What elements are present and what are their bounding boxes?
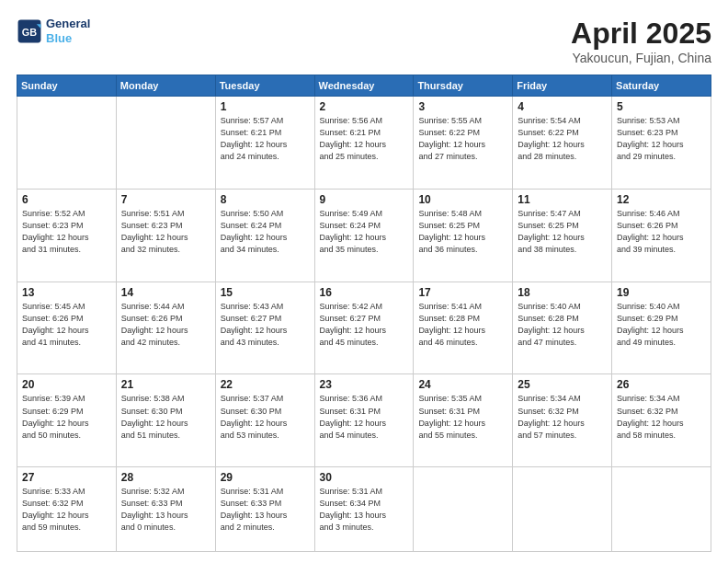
day-number: 28 <box>121 471 210 484</box>
weekday-monday: Monday <box>116 75 215 97</box>
day-number: 15 <box>221 286 310 299</box>
day-cell-25: 25Sunrise: 5:34 AM Sunset: 6:32 PM Dayli… <box>513 374 612 467</box>
day-cell-15: 15Sunrise: 5:43 AM Sunset: 6:27 PM Dayli… <box>215 282 314 374</box>
day-cell-21: 21Sunrise: 5:38 AM Sunset: 6:30 PM Dayli… <box>116 374 215 467</box>
month-title: April 2025 <box>571 17 711 51</box>
day-cell-18: 18Sunrise: 5:40 AM Sunset: 6:28 PM Dayli… <box>513 282 612 374</box>
day-cell-13: 13Sunrise: 5:45 AM Sunset: 6:26 PM Dayli… <box>17 282 117 374</box>
day-cell-2: 2Sunrise: 5:56 AM Sunset: 6:21 PM Daylig… <box>314 97 414 190</box>
day-cell-10: 10Sunrise: 5:48 AM Sunset: 6:25 PM Dayli… <box>414 189 513 282</box>
header: GB General Blue April 2025 Yakoucun, Fuj… <box>17 17 711 65</box>
day-number: 3 <box>418 100 507 113</box>
day-number: 12 <box>617 193 706 206</box>
day-info: Sunrise: 5:41 AM Sunset: 6:28 PM Dayligh… <box>418 301 507 349</box>
day-number: 7 <box>121 193 210 206</box>
day-cell-16: 16Sunrise: 5:42 AM Sunset: 6:27 PM Dayli… <box>314 282 414 374</box>
day-info: Sunrise: 5:43 AM Sunset: 6:27 PM Dayligh… <box>221 301 310 349</box>
day-number: 14 <box>121 286 210 299</box>
day-number: 26 <box>617 378 706 391</box>
weekday-tuesday: Tuesday <box>215 75 314 97</box>
day-info: Sunrise: 5:42 AM Sunset: 6:27 PM Dayligh… <box>320 301 409 349</box>
day-info: Sunrise: 5:56 AM Sunset: 6:21 PM Dayligh… <box>320 115 409 163</box>
day-info: Sunrise: 5:38 AM Sunset: 6:30 PM Dayligh… <box>121 393 210 441</box>
day-info: Sunrise: 5:33 AM Sunset: 6:32 PM Dayligh… <box>22 486 111 534</box>
day-cell-30: 30Sunrise: 5:31 AM Sunset: 6:34 PM Dayli… <box>314 467 414 552</box>
day-number: 5 <box>617 100 706 113</box>
day-number: 16 <box>320 286 409 299</box>
day-cell-29: 29Sunrise: 5:31 AM Sunset: 6:33 PM Dayli… <box>215 467 314 552</box>
week-row-5: 27Sunrise: 5:33 AM Sunset: 6:32 PM Dayli… <box>17 467 711 552</box>
day-cell-14: 14Sunrise: 5:44 AM Sunset: 6:26 PM Dayli… <box>116 282 215 374</box>
week-row-2: 6Sunrise: 5:52 AM Sunset: 6:23 PM Daylig… <box>17 189 711 282</box>
day-info: Sunrise: 5:34 AM Sunset: 6:32 PM Dayligh… <box>617 393 706 441</box>
day-cell-4: 4Sunrise: 5:54 AM Sunset: 6:22 PM Daylig… <box>513 97 612 190</box>
day-cell-1: 1Sunrise: 5:57 AM Sunset: 6:21 PM Daylig… <box>215 97 314 190</box>
day-info: Sunrise: 5:32 AM Sunset: 6:33 PM Dayligh… <box>121 486 210 534</box>
day-cell-22: 22Sunrise: 5:37 AM Sunset: 6:30 PM Dayli… <box>215 374 314 467</box>
day-info: Sunrise: 5:54 AM Sunset: 6:22 PM Dayligh… <box>518 115 607 163</box>
page: GB General Blue April 2025 Yakoucun, Fuj… <box>0 0 728 563</box>
day-number: 23 <box>320 378 409 391</box>
weekday-wednesday: Wednesday <box>314 75 414 97</box>
day-info: Sunrise: 5:48 AM Sunset: 6:25 PM Dayligh… <box>418 208 507 256</box>
day-cell-8: 8Sunrise: 5:50 AM Sunset: 6:24 PM Daylig… <box>215 189 314 282</box>
day-number: 17 <box>418 286 507 299</box>
weekday-thursday: Thursday <box>414 75 513 97</box>
day-number: 27 <box>22 471 111 484</box>
day-info: Sunrise: 5:47 AM Sunset: 6:25 PM Dayligh… <box>518 208 607 256</box>
day-info: Sunrise: 5:31 AM Sunset: 6:34 PM Dayligh… <box>320 486 409 534</box>
day-number: 29 <box>221 471 310 484</box>
day-info: Sunrise: 5:45 AM Sunset: 6:26 PM Dayligh… <box>22 301 111 349</box>
day-number: 22 <box>221 378 310 391</box>
day-info: Sunrise: 5:37 AM Sunset: 6:30 PM Dayligh… <box>221 393 310 441</box>
calendar-table: SundayMondayTuesdayWednesdayThursdayFrid… <box>17 75 711 552</box>
day-cell-12: 12Sunrise: 5:46 AM Sunset: 6:26 PM Dayli… <box>612 189 711 282</box>
logo: GB General Blue <box>17 17 90 45</box>
day-cell-9: 9Sunrise: 5:49 AM Sunset: 6:24 PM Daylig… <box>314 189 414 282</box>
day-info: Sunrise: 5:55 AM Sunset: 6:22 PM Dayligh… <box>418 115 507 163</box>
day-cell-28: 28Sunrise: 5:32 AM Sunset: 6:33 PM Dayli… <box>116 467 215 552</box>
day-number: 21 <box>121 378 210 391</box>
logo-icon: GB <box>17 18 42 44</box>
weekday-saturday: Saturday <box>612 75 711 97</box>
week-row-1: 1Sunrise: 5:57 AM Sunset: 6:21 PM Daylig… <box>17 97 711 190</box>
day-cell-17: 17Sunrise: 5:41 AM Sunset: 6:28 PM Dayli… <box>414 282 513 374</box>
day-number: 8 <box>221 193 310 206</box>
day-info: Sunrise: 5:50 AM Sunset: 6:24 PM Dayligh… <box>221 208 310 256</box>
day-number: 4 <box>518 100 607 113</box>
weekday-sunday: Sunday <box>17 75 117 97</box>
empty-cell <box>513 467 612 552</box>
day-number: 2 <box>320 100 409 113</box>
day-cell-5: 5Sunrise: 5:53 AM Sunset: 6:23 PM Daylig… <box>612 97 711 190</box>
day-info: Sunrise: 5:57 AM Sunset: 6:21 PM Dayligh… <box>221 115 310 163</box>
day-info: Sunrise: 5:39 AM Sunset: 6:29 PM Dayligh… <box>22 393 111 441</box>
day-cell-3: 3Sunrise: 5:55 AM Sunset: 6:22 PM Daylig… <box>414 97 513 190</box>
day-cell-7: 7Sunrise: 5:51 AM Sunset: 6:23 PM Daylig… <box>116 189 215 282</box>
weekday-friday: Friday <box>513 75 612 97</box>
day-number: 10 <box>418 193 507 206</box>
day-info: Sunrise: 5:53 AM Sunset: 6:23 PM Dayligh… <box>617 115 706 163</box>
day-number: 18 <box>518 286 607 299</box>
day-cell-26: 26Sunrise: 5:34 AM Sunset: 6:32 PM Dayli… <box>612 374 711 467</box>
day-cell-24: 24Sunrise: 5:35 AM Sunset: 6:31 PM Dayli… <box>414 374 513 467</box>
day-info: Sunrise: 5:46 AM Sunset: 6:26 PM Dayligh… <box>617 208 706 256</box>
day-number: 19 <box>617 286 706 299</box>
day-info: Sunrise: 5:51 AM Sunset: 6:23 PM Dayligh… <box>121 208 210 256</box>
day-info: Sunrise: 5:44 AM Sunset: 6:26 PM Dayligh… <box>121 301 210 349</box>
weekday-header-row: SundayMondayTuesdayWednesdayThursdayFrid… <box>17 75 711 97</box>
day-cell-6: 6Sunrise: 5:52 AM Sunset: 6:23 PM Daylig… <box>17 189 117 282</box>
day-number: 11 <box>518 193 607 206</box>
day-info: Sunrise: 5:40 AM Sunset: 6:29 PM Dayligh… <box>617 301 706 349</box>
empty-cell <box>612 467 711 552</box>
day-number: 24 <box>418 378 507 391</box>
day-cell-19: 19Sunrise: 5:40 AM Sunset: 6:29 PM Dayli… <box>612 282 711 374</box>
empty-cell <box>17 97 117 190</box>
day-info: Sunrise: 5:36 AM Sunset: 6:31 PM Dayligh… <box>320 393 409 441</box>
day-number: 1 <box>221 100 310 113</box>
day-number: 13 <box>22 286 111 299</box>
week-row-4: 20Sunrise: 5:39 AM Sunset: 6:29 PM Dayli… <box>17 374 711 467</box>
day-info: Sunrise: 5:31 AM Sunset: 6:33 PM Dayligh… <box>221 486 310 534</box>
day-info: Sunrise: 5:35 AM Sunset: 6:31 PM Dayligh… <box>418 393 507 441</box>
svg-text:GB: GB <box>22 26 37 37</box>
empty-cell <box>116 97 215 190</box>
